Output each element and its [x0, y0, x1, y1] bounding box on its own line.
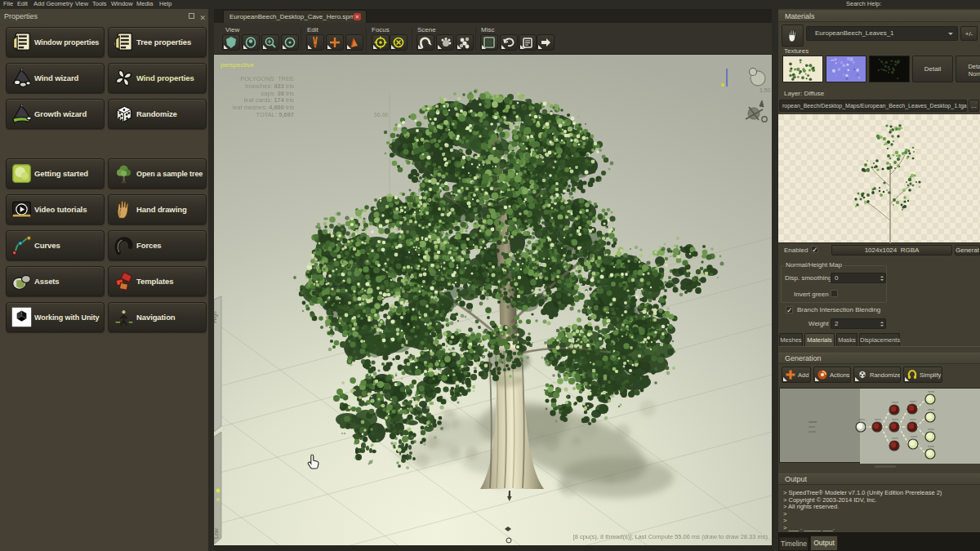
- svg-text:1.50: 1.50: [760, 87, 771, 93]
